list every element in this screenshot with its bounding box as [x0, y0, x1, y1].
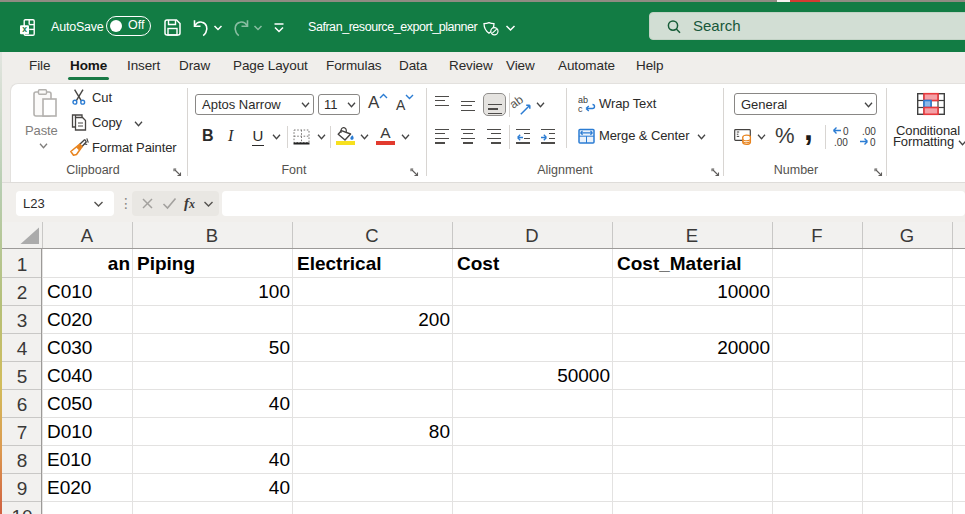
- svg-text:.00: .00: [862, 126, 876, 137]
- svg-text:.00: .00: [834, 137, 848, 148]
- svg-text:c: c: [578, 104, 583, 114]
- svg-text:ab: ab: [578, 95, 588, 105]
- svg-text:0: 0: [870, 137, 876, 148]
- svg-text:x: x: [22, 24, 27, 34]
- svg-text:0: 0: [843, 126, 849, 137]
